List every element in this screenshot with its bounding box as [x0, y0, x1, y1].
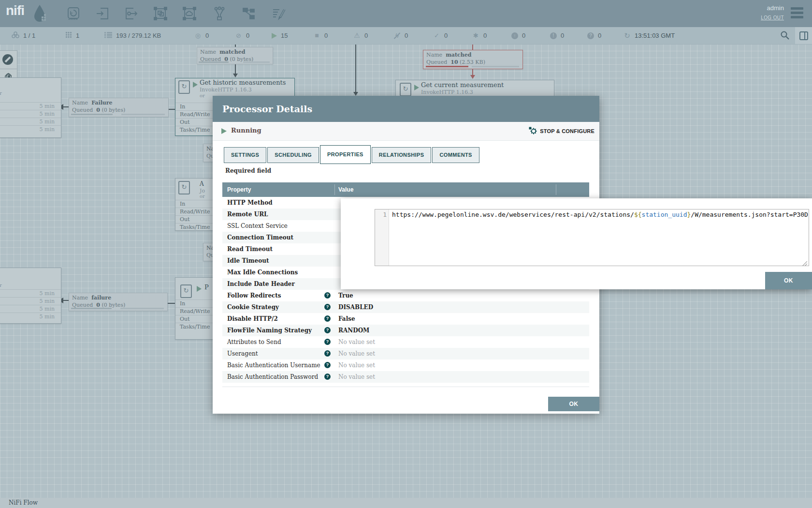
- queue-bar: [243, 61, 270, 63]
- property-row: Disable HTTP/2False: [222, 313, 589, 325]
- search-icon[interactable]: [780, 30, 790, 42]
- processor-subtitle: InvokeHTTP 1.16.3: [421, 89, 473, 95]
- status-refresh[interactable]: ↻ 13:51:03 GMT: [624, 27, 675, 44]
- property-name: SSL Context Service: [227, 220, 288, 232]
- property-name: Connection Timeout: [227, 232, 293, 243]
- tab-comments[interactable]: COMMENTS: [432, 147, 479, 163]
- running-icon: [272, 33, 277, 39]
- property-value[interactable]: False: [338, 313, 355, 325]
- property-name: Cookie Strategy: [227, 301, 279, 313]
- value-editor-textarea[interactable]: 1 https://www.pegelonline.wsv.de/webserv…: [375, 209, 809, 266]
- connection-label-matched-backpressure[interactable]: Name matched Queued 10 (2.53 KB): [423, 50, 523, 69]
- logout-link[interactable]: LOG OUT: [761, 15, 784, 20]
- connection-label-failure[interactable]: Name Failure Queued 0 (0 bytes): [69, 98, 169, 117]
- processor-title: Get current measurement: [421, 81, 504, 89]
- property-value[interactable]: No value set: [338, 371, 375, 383]
- help-icon[interactable]: [324, 327, 331, 333]
- label-name-line: Name Failure: [72, 100, 113, 106]
- stat-label: In: [180, 201, 185, 207]
- nifi-logo: nifi: [6, 3, 24, 18]
- help-icon[interactable]: [324, 350, 331, 357]
- status-running: 15: [272, 27, 288, 44]
- processor-partial-top-left[interactable]: r 5 min 5 min 5 min 5 min: [0, 77, 61, 138]
- process-group-tool-icon[interactable]: [153, 6, 168, 21]
- editor-ok-button[interactable]: OK: [765, 272, 812, 289]
- stat-window: 5 min: [39, 103, 55, 109]
- property-value[interactable]: True: [338, 290, 353, 301]
- dialog-header: Processor Details: [213, 96, 599, 122]
- queue-bar: [199, 61, 229, 63]
- processor-partial-bottom-left[interactable]: r 5 min 5 min 5 min 5 min: [0, 268, 61, 324]
- label-name-line: Name failure: [72, 295, 111, 301]
- el-open-bracket: ${: [634, 211, 642, 218]
- help-icon[interactable]: [324, 362, 331, 368]
- connection-label-matched[interactable]: Name matched Queued 0 (0 bytes): [197, 47, 273, 64]
- property-row: FlowFile Naming StrategyRANDOM: [222, 325, 589, 337]
- run-status-text: Running: [231, 127, 261, 134]
- connection-line: [63, 106, 69, 107]
- help-icon[interactable]: [324, 374, 331, 380]
- value-editor-popup: 1 https://www.pegelonline.wsv.de/webserv…: [341, 198, 812, 289]
- status-invalid: ⚠ 0: [353, 27, 368, 44]
- processor-tool-icon[interactable]: [66, 6, 81, 21]
- help-icon[interactable]: [324, 315, 331, 322]
- breadcrumb[interactable]: NiFi Flow: [9, 499, 38, 506]
- help-icon[interactable]: [324, 304, 331, 310]
- property-name: Basic Authentication Password: [227, 371, 318, 383]
- status-sync-failure: ? 0: [587, 27, 601, 44]
- dialog-title: Processor Details: [222, 96, 312, 122]
- status-stale: ↑ 0: [511, 27, 525, 44]
- processor-type-icon: ↻: [178, 80, 190, 94]
- property-value[interactable]: No value set: [338, 348, 375, 359]
- connection-label-failure-bottom[interactable]: Name failure Queued 0 (0 bytes): [69, 293, 168, 311]
- resize-handle-icon[interactable]: [802, 259, 807, 264]
- column-property: Property: [227, 182, 251, 197]
- label-name-line: Name matched: [426, 52, 471, 58]
- property-name: Attributes to Send: [227, 336, 281, 348]
- connection-line: [235, 63, 236, 74]
- help-icon[interactable]: [324, 292, 331, 299]
- funnel-tool-icon[interactable]: [212, 6, 227, 21]
- property-value[interactable]: DISABLED: [338, 301, 373, 313]
- birdseye-toggle[interactable]: [795, 27, 812, 44]
- remote-process-group-tool-icon[interactable]: [182, 6, 197, 21]
- tab-relationships[interactable]: RELATIONSHIPS: [372, 147, 432, 163]
- stop-configure-button[interactable]: STOP & CONFIGURE: [529, 126, 594, 136]
- property-value[interactable]: No value set: [338, 336, 375, 348]
- edge-processor-stub[interactable]: [0, 50, 17, 70]
- processor-title-fragment: A: [200, 180, 204, 187]
- input-port-tool-icon[interactable]: [95, 6, 110, 21]
- global-menu-icon[interactable]: [791, 7, 803, 20]
- refresh-icon[interactable]: ↻: [624, 32, 631, 39]
- tab-scheduling[interactable]: SCHEDULING: [267, 147, 319, 163]
- stat-window: 5 min: [39, 314, 55, 320]
- processor-title-fragment: r: [0, 90, 2, 96]
- running-play-icon: [414, 85, 419, 90]
- status-locally-modified-stale: ! 0: [550, 27, 564, 44]
- property-name: Idle Timeout: [227, 255, 269, 267]
- property-name: Read Timeout: [227, 243, 273, 255]
- connection-line-red: [472, 68, 473, 75]
- property-name: FlowFile Naming Strategy: [227, 325, 312, 336]
- status-disabled: ϟ 0: [393, 27, 408, 44]
- queue-bar: [71, 114, 113, 115]
- status-threads: 1: [65, 27, 79, 44]
- stopped-icon: ■: [313, 32, 320, 39]
- dialog-ok-button[interactable]: OK: [548, 397, 599, 411]
- editor-code-line[interactable]: https://www.pegelonline.wsv.de/webservic…: [389, 209, 809, 266]
- output-port-tool-icon[interactable]: [124, 6, 139, 21]
- status-transmitting: ◎ 0: [194, 27, 209, 44]
- label-tool-icon[interactable]: [271, 6, 286, 21]
- template-tool-icon[interactable]: [241, 6, 256, 21]
- queue-bar: [472, 66, 519, 67]
- header-divider: [556, 184, 556, 195]
- running-play-icon: [193, 82, 198, 88]
- tab-settings[interactable]: SETTINGS: [224, 147, 266, 163]
- help-icon[interactable]: [324, 339, 331, 345]
- queue-bar-red: [426, 66, 468, 67]
- property-value[interactable]: No value set: [338, 359, 375, 371]
- processor-type-icon: ↻: [178, 181, 190, 194]
- property-row: Follow RedirectsTrue: [222, 290, 589, 302]
- tab-properties[interactable]: PROPERTIES: [320, 145, 371, 164]
- property-value[interactable]: RANDOM: [338, 325, 369, 336]
